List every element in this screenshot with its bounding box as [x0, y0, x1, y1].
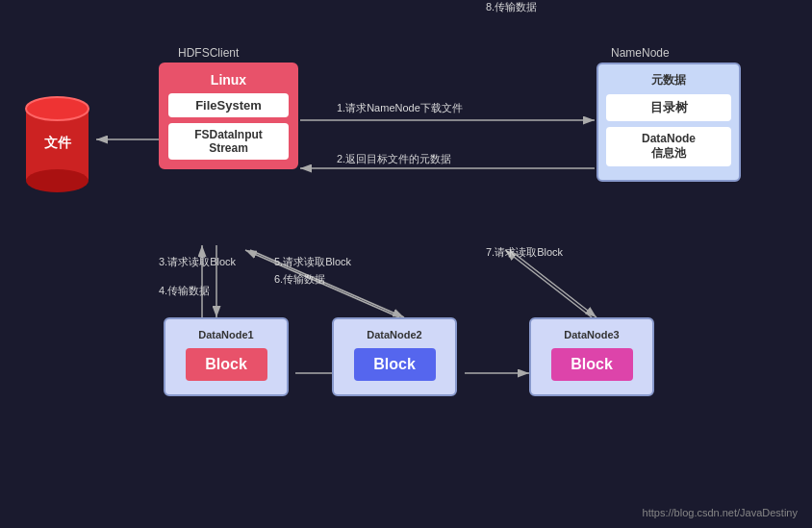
- hdfs-client-label: HDFSClient: [178, 46, 239, 60]
- svg-line-11: [510, 250, 596, 317]
- arrow8-label: 8.传输数据: [486, 0, 537, 14]
- metadata-title: 元数据: [606, 72, 731, 88]
- block3-box: Block: [551, 348, 633, 381]
- svg-text:文件: 文件: [44, 135, 72, 150]
- block2-box: Block: [354, 348, 436, 381]
- arrow1-label: 1.请求NameNode下载文件: [337, 101, 463, 115]
- linux-label: Linux: [168, 72, 289, 88]
- namenode-label: NameNode: [611, 46, 670, 60]
- arrow7-label: 7.请求读取Block: [486, 245, 563, 260]
- arrow2-label: 2.返回目标文件的元数据: [337, 152, 451, 166]
- arrow6-label: 6.传输数据: [274, 272, 325, 287]
- block1-box: Block: [186, 348, 267, 381]
- datanode1-box: DataNode1 Block: [164, 317, 289, 396]
- svg-line-12: [505, 250, 592, 317]
- diagram: 文件 HDFSClient Linux FileSystem FSDataInp…: [0, 0, 812, 528]
- datanode2-label: DataNode2: [342, 329, 447, 340]
- filesystem-box: FileSystem: [168, 93, 289, 117]
- file-cylinder: 文件: [21, 91, 93, 197]
- datanode3-box: DataNode3 Block: [529, 317, 654, 396]
- datanode2-box: DataNode2 Block: [332, 317, 457, 396]
- directory-tree-box: 目录树: [606, 94, 731, 121]
- datanode3-label: DataNode3: [539, 329, 645, 340]
- namenode-box: 元数据 目录树 DataNode信息池: [596, 63, 741, 182]
- hdfs-client-box: Linux FileSystem FSDataInputStream: [159, 63, 298, 169]
- watermark: https://blog.csdn.net/JavaDestiny: [643, 507, 798, 518]
- arrow3-label: 3.请求读取Block: [159, 255, 236, 269]
- fsdatainputstream-box: FSDataInputStream: [168, 123, 289, 160]
- datanode1-label: DataNode1: [173, 329, 279, 340]
- datanode-info-box: DataNode信息池: [606, 127, 731, 166]
- arrow4-label: 4.传输数据: [159, 284, 210, 298]
- arrow5-label: 5.请求读取Block: [274, 255, 351, 269]
- svg-point-15: [26, 169, 89, 192]
